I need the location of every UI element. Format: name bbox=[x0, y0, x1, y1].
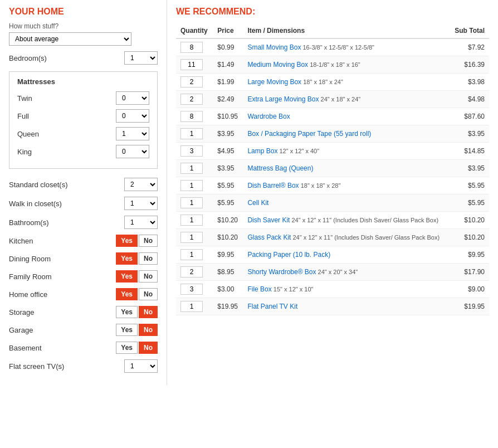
item-link-12[interactable]: Packing Paper (10 lb. Pack) bbox=[247, 251, 330, 259]
room-row-7: Storage Yes No bbox=[9, 306, 158, 318]
item-cell-3: Extra Large Moving Box 24" x 18" x 24" bbox=[243, 91, 449, 108]
item-link-6[interactable]: Lamp Box bbox=[247, 147, 277, 155]
qty-input-7[interactable] bbox=[180, 163, 203, 174]
item-cell-2: Large Moving Box 18" x 18" x 24" bbox=[243, 74, 449, 91]
mattress-row-queen: Queen 1 123 bbox=[17, 127, 149, 140]
qty-input-1[interactable] bbox=[180, 59, 203, 70]
room-label-1: Walk in closet(s) bbox=[9, 199, 62, 208]
qty-input-3[interactable] bbox=[180, 94, 203, 105]
item-link-4[interactable]: Wardrobe Box bbox=[247, 113, 290, 120]
mattress-select-0[interactable]: 0 123 bbox=[116, 91, 149, 105]
mattress-select-1[interactable]: 0 123 bbox=[116, 109, 149, 123]
no-btn-8[interactable]: No bbox=[139, 324, 158, 336]
item-link-8[interactable]: Dish Barrel® Box bbox=[247, 182, 299, 189]
mattress-row-twin: Twin 0 123 bbox=[17, 91, 149, 105]
qty-input-9[interactable] bbox=[180, 197, 203, 208]
item-link-10[interactable]: Dish Saver Kit bbox=[247, 216, 290, 224]
yes-btn-6[interactable]: Yes bbox=[116, 288, 138, 300]
col-subtotal: Sub Total bbox=[449, 23, 489, 38]
qty-input-13[interactable] bbox=[180, 266, 203, 277]
qty-input-0[interactable] bbox=[180, 42, 203, 53]
yes-no-4: Yes No bbox=[116, 252, 158, 265]
qty-input-14[interactable] bbox=[180, 284, 203, 295]
item-cell-15: Flat Panel TV Kit bbox=[243, 298, 449, 315]
item-link-0[interactable]: Small Moving Box bbox=[247, 43, 301, 51]
room-row-4: Dining Room Yes No bbox=[9, 252, 158, 265]
room-label-8: Garage bbox=[9, 326, 33, 334]
item-link-1[interactable]: Medium Moving Box bbox=[247, 61, 308, 69]
tv-select[interactable]: 123 bbox=[124, 359, 158, 373]
qty-input-6[interactable] bbox=[180, 145, 203, 157]
subtotal-cell-13: $17.90 bbox=[449, 264, 489, 281]
subtotal-cell-11: $10.20 bbox=[449, 229, 489, 246]
room-select-1[interactable]: 11234 bbox=[124, 197, 158, 210]
col-price: Price bbox=[213, 23, 243, 38]
qty-input-4[interactable] bbox=[180, 111, 203, 122]
qty-input-15[interactable] bbox=[180, 301, 203, 312]
yes-btn-4[interactable]: Yes bbox=[116, 252, 138, 265]
table-row: $4.95 Lamp Box 12" x 12" x 40" $14.85 bbox=[176, 143, 489, 160]
mattress-select-2[interactable]: 1 123 bbox=[116, 127, 149, 140]
price-cell-13: $8.95 bbox=[213, 264, 243, 281]
qty-input-8[interactable] bbox=[180, 180, 203, 191]
yes-btn-5[interactable]: Yes bbox=[116, 270, 138, 283]
no-btn-9[interactable]: No bbox=[139, 342, 158, 354]
stuff-select[interactable]: About average A little stuff Lots of stu… bbox=[9, 32, 131, 46]
table-row: $9.95 Packing Paper (10 lb. Pack) $9.95 bbox=[176, 246, 489, 264]
item-link-9[interactable]: Cell Kit bbox=[247, 199, 268, 207]
qty-cell-9 bbox=[176, 194, 213, 212]
item-link-13[interactable]: Shorty Wardrobe® Box bbox=[247, 268, 316, 276]
subtotal-cell-15: $19.95 bbox=[449, 298, 489, 315]
qty-input-11[interactable] bbox=[180, 232, 203, 243]
item-link-11[interactable]: Glass Pack Kit bbox=[247, 233, 291, 241]
price-cell-8: $5.95 bbox=[213, 177, 243, 194]
item-dim-8: 18" x 18" x 28" bbox=[299, 182, 341, 189]
yes-btn-8[interactable]: Yes bbox=[116, 324, 138, 336]
qty-input-2[interactable] bbox=[180, 76, 203, 87]
qty-cell-15 bbox=[176, 298, 213, 315]
item-link-7[interactable]: Mattress Bag (Queen) bbox=[247, 164, 313, 172]
room-select-0[interactable]: 21234 bbox=[124, 178, 158, 191]
mattresses-container: Twin 0 123 Full 0 123 Queen 1 123 King 0… bbox=[17, 91, 149, 158]
qty-cell-10 bbox=[176, 212, 213, 229]
yes-btn-7[interactable]: Yes bbox=[116, 306, 138, 318]
qty-input-5[interactable] bbox=[180, 128, 203, 139]
item-dim-3: 24" x 18" x 24" bbox=[319, 96, 360, 103]
room-select-2[interactable]: 11234 bbox=[124, 216, 158, 229]
item-link-14[interactable]: File Box bbox=[247, 285, 271, 293]
no-btn-4[interactable]: No bbox=[139, 252, 158, 265]
item-link-15[interactable]: Flat Panel TV Kit bbox=[247, 303, 297, 310]
item-link-3[interactable]: Extra Large Moving Box bbox=[247, 95, 319, 103]
table-row: $5.95 Dish Barrel® Box 18" x 18" x 28" $… bbox=[176, 177, 489, 194]
room-label-3: Kitchen bbox=[9, 237, 33, 245]
bedroom-select[interactable]: 12345 bbox=[124, 51, 158, 65]
tv-row: Flat screen TV(s) 123 bbox=[9, 359, 158, 373]
no-btn-6[interactable]: No bbox=[139, 288, 158, 300]
qty-input-10[interactable] bbox=[180, 215, 203, 226]
room-label-0: Standard closet(s) bbox=[9, 181, 68, 189]
table-row: $8.95 Shorty Wardrobe® Box 24" x 20" x 3… bbox=[176, 264, 489, 281]
bedroom-row: Bedroom(s) 12345 bbox=[9, 51, 158, 65]
price-cell-2: $1.99 bbox=[213, 74, 243, 91]
no-btn-5[interactable]: No bbox=[139, 270, 158, 283]
qty-cell-1 bbox=[176, 56, 213, 74]
qty-cell-8 bbox=[176, 177, 213, 194]
mattress-select-3[interactable]: 0 123 bbox=[116, 145, 149, 158]
room-row-8: Garage Yes No bbox=[9, 324, 158, 336]
qty-input-12[interactable] bbox=[180, 249, 203, 260]
room-label-4: Dining Room bbox=[9, 255, 51, 263]
room-row-3: Kitchen Yes No bbox=[9, 235, 158, 247]
qty-cell-12 bbox=[176, 246, 213, 264]
yes-btn-9[interactable]: Yes bbox=[116, 342, 138, 354]
subtotal-cell-1: $16.39 bbox=[449, 56, 489, 74]
bedroom-label: Bedroom(s) bbox=[9, 54, 47, 62]
subtotal-cell-3: $4.98 bbox=[449, 91, 489, 108]
room-row-0: Standard closet(s) 21234 bbox=[9, 178, 158, 191]
room-row-6: Home office Yes No bbox=[9, 288, 158, 300]
no-btn-7[interactable]: No bbox=[139, 306, 158, 318]
item-link-5[interactable]: Box / Packaging Paper Tape (55 yard roll… bbox=[247, 130, 371, 138]
no-btn-3[interactable]: No bbox=[139, 235, 158, 247]
item-link-2[interactable]: Large Moving Box bbox=[247, 78, 301, 86]
table-row: $0.99 Small Moving Box 16-3/8" x 12-5/8"… bbox=[176, 38, 489, 56]
yes-btn-3[interactable]: Yes bbox=[116, 235, 138, 247]
